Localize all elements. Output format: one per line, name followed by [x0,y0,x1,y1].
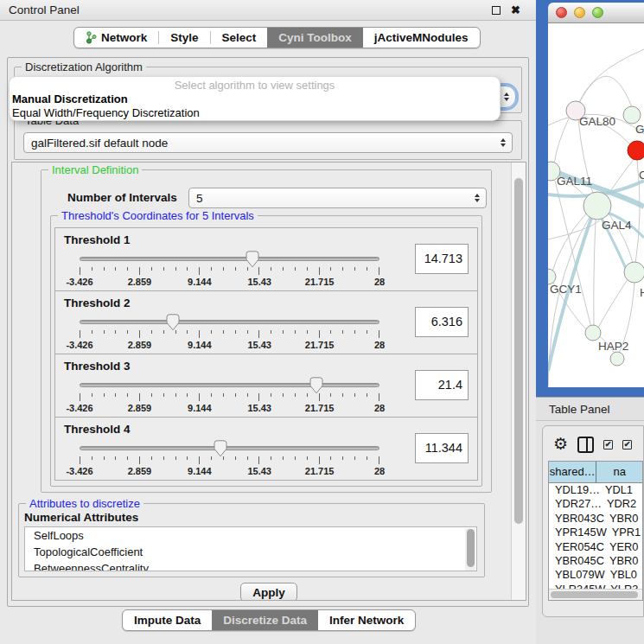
number-of-intervals-combobox[interactable]: 5 [188,188,487,208]
list-item[interactable]: SelfLoops [25,527,476,544]
dropdown-option-manual-discretization[interactable]: Manual Discretization [10,92,500,106]
table-row[interactable]: YPR145WYPR1 [549,526,642,539]
tick-mark [235,330,236,334]
table-cell[interactable]: YBR0 [604,512,642,526]
tick-mark [235,393,236,397]
checkbox-icon[interactable]: ✔ [622,440,632,450]
tab-select[interactable]: Select [211,28,268,48]
tab-label: Select [222,31,257,44]
table-panel-titlebar[interactable]: Table Panel [536,397,644,421]
table-cell[interactable]: YPR145W [549,526,607,539]
panel-scrollbar-thumb[interactable] [514,178,523,524]
panel-vertical-scrollbar[interactable] [511,163,526,600]
tab-discretize-data[interactable]: Discretize Data [212,610,318,630]
tab-cyni-toolbox[interactable]: Cyni Toolbox [267,28,363,48]
table-row[interactable]: YBR043CYBR0 [549,512,642,526]
close-icon[interactable]: ✖ [511,6,520,15]
table-row[interactable]: YBL079WYBL0 [549,568,642,582]
table-row[interactable]: YER054CYER0 [549,540,642,554]
list-item[interactable]: BetweennessCentrality [25,560,476,571]
threshold-value[interactable]: 21.4 [415,370,469,400]
table-cell[interactable]: YBL079W [549,568,605,582]
tab-style[interactable]: Style [159,28,209,48]
network-view-window: GAL80 GA C GAL11 GAL4 GCY1 H HAP2 [536,0,644,397]
threshold-value[interactable]: 14.713 [415,244,469,274]
tick-mark [330,267,331,271]
checkbox-icon[interactable]: ✔ [603,440,613,450]
threshold-slider[interactable]: -3.4262.8599.14415.4321.71528 [73,249,386,289]
slider-track[interactable] [80,257,379,261]
list-scrollbar[interactable] [465,528,475,571]
tab-infer-network[interactable]: Infer Network [318,610,415,630]
node-label: GAL11 [557,175,592,188]
slider-thumb[interactable] [245,251,259,268]
table-cell[interactable]: YBL0 [605,568,642,582]
scale-label: 9.144 [188,340,212,350]
column-header-shared-name[interactable]: shared… [549,462,596,482]
table-cell[interactable]: YDR27… [549,497,602,511]
split-columns-icon[interactable] [577,437,594,453]
float-window-icon[interactable] [492,6,501,15]
table-horizontal-scrollbar[interactable] [549,589,642,600]
numerical-attributes-list[interactable]: SelfLoopsTopologicalCoefficientBetweenne… [24,526,477,571]
threshold-slider[interactable]: -3.4262.8599.14415.4321.71528 [73,375,386,415]
table-cell[interactable]: YPR1 [607,526,642,539]
table-cell[interactable]: YDL1 [600,483,642,497]
table-cell[interactable]: YDL19… [549,483,600,497]
tick-mark [379,456,379,464]
minimize-traffic-light-icon[interactable] [574,7,585,18]
threshold-slider[interactable]: -3.4262.8599.14415.4321.71528 [73,312,386,352]
table-cell[interactable]: YER054C [549,540,604,554]
slider-track[interactable] [80,383,379,387]
table-cell[interactable]: YBR043C [549,512,604,526]
tab-network[interactable]: Network [74,28,158,48]
table-data-combobox[interactable]: galFiltered.sif default node [23,132,513,153]
threshold-value[interactable]: 6.316 [415,307,469,337]
table-data-group: Table Data galFiltered.sif default node [14,120,522,160]
slider-thumb[interactable] [214,440,227,457]
numerical-attributes-header: Numerical Attributes [24,511,138,524]
tick-mark [163,267,164,271]
list-item[interactable]: TopologicalCoefficient [25,544,476,560]
tick-mark [319,267,320,275]
gear-icon[interactable]: ⚙ [553,436,568,453]
table-cell[interactable]: YBR045C [549,554,604,568]
dropdown-option-equal-width-frequency[interactable]: Equal Width/Frequency Discretization [10,106,500,120]
apply-button[interactable]: Apply [240,583,297,601]
tick-mark [223,267,224,271]
slider-thumb[interactable] [309,377,323,394]
node-label: GAL80 [579,115,615,128]
thresholds-container: Threshold 1 -3.4262.8599.14415.4321.7152… [54,227,478,481]
node-label: GAL4 [602,219,632,232]
tick-mark [283,393,284,397]
table-cell[interactable]: YER0 [604,540,642,554]
zoom-traffic-light-icon[interactable] [592,7,603,18]
scale-label: 15.43 [247,403,271,413]
network-window-titlebar[interactable] [548,3,644,23]
dropdown-hint: Select algorithm to view settings [10,79,500,92]
threshold-slider[interactable]: -3.4262.8599.14415.4321.71528 [73,438,386,478]
table-row[interactable]: YDL19…YDL1 [549,483,642,497]
tab-jactivemnodules[interactable]: jActiveMNodules [363,28,480,48]
threshold-panel: Threshold 3 -3.4262.8599.14415.4321.7152… [54,354,478,418]
tab-impute-data[interactable]: Impute Data [123,610,212,630]
slider-track[interactable] [80,320,379,324]
table-row[interactable]: YDR27…YDR2 [549,497,642,511]
network-canvas[interactable]: GAL80 GA C GAL11 GAL4 GCY1 H HAP2 [548,23,644,387]
table-row[interactable]: YBR045CYBR0 [549,554,642,568]
slider-thumb[interactable] [166,314,180,331]
list-scrollbar-thumb[interactable] [467,529,475,567]
attributes-group: Attributes to discretize Numerical Attri… [18,503,485,577]
table-cell[interactable]: YDR2 [602,497,642,511]
slider-scale [80,456,379,464]
table-scrollbar-thumb[interactable] [551,591,638,598]
slider-labels: -3.4262.8599.14415.4321.71528 [80,403,379,413]
table-cell[interactable]: YBR0 [604,554,642,568]
tick-mark [187,267,188,271]
close-traffic-light-icon[interactable] [556,7,567,18]
tick-mark [163,393,164,397]
slider-track[interactable] [80,446,379,450]
column-header-name[interactable]: na [596,462,642,482]
cyni-toolbox-panel: Discretization Algorithm Select algorith… [7,57,529,607]
threshold-value[interactable]: 11.344 [415,433,469,463]
